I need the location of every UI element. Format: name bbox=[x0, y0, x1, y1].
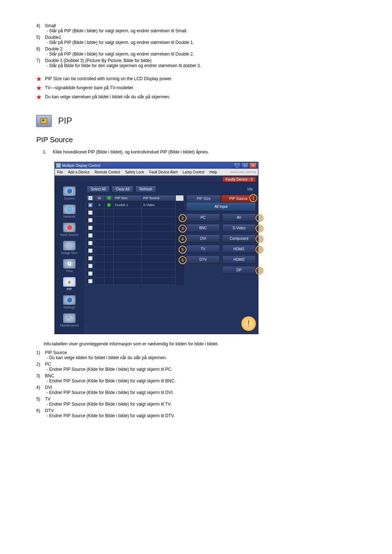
settings-icon bbox=[63, 295, 75, 305]
close-button[interactable]: ✕ bbox=[249, 163, 257, 168]
intro-line: 1. Klikk hovedikonet PIP (Bilde i bildet… bbox=[43, 149, 356, 155]
table-row[interactable] bbox=[86, 209, 184, 217]
col-pip-source[interactable]: PIP Source bbox=[142, 195, 176, 201]
table-row[interactable]: ▣0Double 1S-Video bbox=[86, 201, 184, 209]
list-item: 1)PIP Source- Du kan velge kilden for bi… bbox=[36, 350, 356, 360]
right-panel: PIP Size PIP Source 1 All Input PC2BNC3D… bbox=[186, 195, 256, 331]
table-row[interactable] bbox=[86, 255, 184, 262]
maximize-button[interactable]: ▭ bbox=[241, 163, 249, 168]
menubar: FileAdd a DeviceRemote ControlSafety Loc… bbox=[55, 169, 258, 176]
star-notes: ★PIP Size can be controlled with turning… bbox=[36, 75, 356, 100]
col-id[interactable]: ID bbox=[95, 195, 105, 201]
callout-3: 3 bbox=[179, 225, 187, 233]
table-row[interactable] bbox=[86, 217, 184, 224]
idle-label: Idle bbox=[247, 187, 253, 191]
sidebar-item-settings[interactable]: Settings bbox=[55, 295, 84, 309]
sidebar-item-input[interactable]: Input Source bbox=[55, 223, 84, 237]
source-btn-bnc[interactable]: BNC3 bbox=[186, 224, 220, 232]
statusbar: Faulty Device : 0 bbox=[55, 176, 258, 183]
source-btn-dtv[interactable]: DTV6 bbox=[186, 255, 220, 264]
minimize-button[interactable]: _ bbox=[233, 163, 241, 168]
sidebar-item-label: Time bbox=[55, 269, 84, 273]
menu-item[interactable]: Lamp Control bbox=[183, 170, 204, 174]
titlebar[interactable]: Multiple Display Control _ ▭ ✕ bbox=[55, 162, 258, 169]
callout-1: 1 bbox=[249, 194, 257, 202]
input-icon bbox=[63, 223, 75, 232]
app-window: Multiple Display Control _ ▭ ✕ FileAdd a… bbox=[54, 162, 258, 334]
source-btn-s-video[interactable]: S-Video8 bbox=[222, 224, 256, 232]
list-item: 3)BNC- Endrer PIP Source (Kilde for Bild… bbox=[36, 373, 356, 383]
source-btn-hdmi2[interactable]: HDMI2 bbox=[222, 255, 256, 264]
brand-label: SAMSUNG DIGITall bbox=[230, 171, 256, 174]
menu-item[interactable]: Add a Device bbox=[68, 170, 89, 174]
sidebar-item-image[interactable]: Image Size bbox=[55, 241, 84, 255]
table-row[interactable] bbox=[86, 270, 184, 278]
sidebar-item-label: Maintenance bbox=[55, 324, 84, 327]
all-input-header: All Input bbox=[186, 202, 256, 211]
list-item: 7)Double 3 (Dobbel 3) (Picture By Pictur… bbox=[36, 58, 356, 68]
sidebar: SystemNetworkInput SourceImage SizeTimeP… bbox=[55, 183, 84, 334]
source-btn-tv[interactable]: TV5 bbox=[186, 245, 220, 253]
time-icon bbox=[63, 259, 75, 268]
scrollbar[interactable]: ▴▾ bbox=[176, 195, 184, 201]
callout-11: 11 bbox=[256, 267, 264, 275]
col-pip-size[interactable]: PIP Size bbox=[114, 195, 142, 201]
callout-2: 2 bbox=[179, 214, 187, 222]
tab-pip-size[interactable]: PIP Size bbox=[186, 195, 221, 202]
pip-icon bbox=[36, 115, 52, 127]
table-row[interactable] bbox=[86, 239, 184, 247]
table-row[interactable] bbox=[86, 224, 184, 232]
callout-10: 10 bbox=[256, 246, 264, 254]
refresh-button[interactable]: Refresh bbox=[135, 186, 156, 193]
list-item: 6)DTV- Endrer PIP Source (Kilde for Bild… bbox=[36, 408, 356, 418]
app-title: Multiple Display Control bbox=[62, 164, 100, 168]
menu-item[interactable]: Help bbox=[209, 170, 217, 174]
sidebar-item-maint[interactable]: Maintenance bbox=[55, 313, 84, 327]
sidebar-item-network[interactable]: Network bbox=[55, 205, 84, 218]
menu-item[interactable]: File bbox=[57, 170, 63, 174]
source-btn-hdmi1[interactable]: HDMI110 bbox=[222, 245, 256, 253]
sidebar-item-label: PIP bbox=[55, 287, 84, 291]
callout-7: 7 bbox=[256, 214, 264, 222]
col-check[interactable]: ✓ bbox=[86, 195, 95, 201]
image-icon bbox=[63, 241, 75, 250]
clear-all-button[interactable]: Clear All bbox=[112, 186, 133, 193]
menu-item[interactable]: Fault Device Alert bbox=[149, 170, 177, 174]
menu-item[interactable]: Remote Control bbox=[95, 170, 120, 174]
data-grid: ✓ ID PIP Size PIP Source ▴▾ ▣0Double 1S-… bbox=[86, 195, 184, 331]
sidebar-item-label: Input Source bbox=[55, 233, 84, 237]
sidebar-item-system[interactable]: System bbox=[55, 186, 84, 200]
table-row[interactable] bbox=[86, 262, 184, 270]
system-icon bbox=[63, 186, 75, 196]
col-status[interactable] bbox=[105, 195, 114, 201]
table-row[interactable] bbox=[86, 232, 184, 239]
menu-item[interactable]: Safety Lock bbox=[125, 170, 144, 174]
source-btn-dp[interactable]: DP11 bbox=[222, 266, 256, 274]
table-row[interactable] bbox=[86, 247, 184, 255]
table-row[interactable] bbox=[86, 278, 184, 285]
sidebar-item-pip[interactable]: PIP bbox=[55, 277, 84, 291]
sidebar-item-label: Settings bbox=[55, 305, 84, 309]
sidebar-item-time[interactable]: Time bbox=[55, 259, 84, 273]
source-btn-component[interactable]: Component9 bbox=[222, 234, 256, 243]
pip-header-label: PIP bbox=[58, 116, 72, 126]
bottom-list: 1)PIP Source- Du kan velge kilden for bi… bbox=[36, 350, 356, 418]
callout-4: 4 bbox=[179, 235, 187, 243]
info-text: Info-tabellen viser grunnleggende inform… bbox=[44, 341, 356, 346]
intro-num: 1. bbox=[43, 149, 52, 155]
select-all-button[interactable]: Select All bbox=[87, 186, 110, 193]
pip-icon bbox=[63, 277, 75, 287]
star-note: ★Du kan velge størrelsen på bildet i bil… bbox=[36, 94, 356, 100]
star-note: ★TV—signalkilde fungerer bare på TV-mode… bbox=[36, 85, 356, 91]
source-btn-pc[interactable]: PC2 bbox=[186, 213, 220, 222]
list-item: 4)Small- Slår på PIP (Bilde i bilde) for… bbox=[36, 23, 356, 33]
star-icon: ★ bbox=[36, 76, 41, 82]
star-icon: ★ bbox=[36, 94, 41, 100]
source-btn-av[interactable]: AV7 bbox=[222, 213, 256, 222]
network-icon bbox=[63, 205, 75, 214]
list-item: 2)PC- Endrer PIP Source (Kilde for Bilde… bbox=[36, 362, 356, 372]
list-item: 5)TV- Endrer PIP Source (Kilde for Bilde… bbox=[36, 397, 356, 407]
source-btn-dvi[interactable]: DVI4 bbox=[186, 234, 220, 243]
maint-icon bbox=[63, 313, 75, 323]
callout-8: 8 bbox=[256, 225, 264, 233]
